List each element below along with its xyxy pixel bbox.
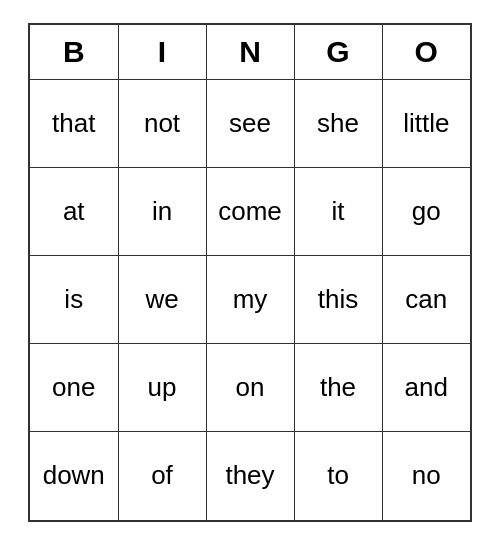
table-row: oneupontheand xyxy=(30,344,470,432)
table-cell: of xyxy=(118,432,206,520)
table-cell: no xyxy=(382,432,470,520)
table-cell: one xyxy=(30,344,118,432)
table-cell: and xyxy=(382,344,470,432)
table-cell: we xyxy=(118,256,206,344)
table-row: downoftheytono xyxy=(30,432,470,520)
table-cell: the xyxy=(294,344,382,432)
header-b: B xyxy=(30,25,118,80)
table-cell: in xyxy=(118,168,206,256)
table-cell: is xyxy=(30,256,118,344)
table-cell: they xyxy=(206,432,294,520)
header-o: O xyxy=(382,25,470,80)
table-row: thatnotseeshelittle xyxy=(30,80,470,168)
table-cell: little xyxy=(382,80,470,168)
header-row: B I N G O xyxy=(30,25,470,80)
header-n: N xyxy=(206,25,294,80)
table-cell: not xyxy=(118,80,206,168)
table-cell: come xyxy=(206,168,294,256)
bingo-table: B I N G O thatnotseeshelittleatincomeitg… xyxy=(30,25,470,520)
table-cell: up xyxy=(118,344,206,432)
table-cell: to xyxy=(294,432,382,520)
table-cell: this xyxy=(294,256,382,344)
header-i: I xyxy=(118,25,206,80)
table-cell: it xyxy=(294,168,382,256)
table-cell: go xyxy=(382,168,470,256)
table-cell: see xyxy=(206,80,294,168)
table-cell: she xyxy=(294,80,382,168)
table-row: iswemythiscan xyxy=(30,256,470,344)
table-cell: on xyxy=(206,344,294,432)
table-cell: that xyxy=(30,80,118,168)
table-cell: at xyxy=(30,168,118,256)
table-row: atincomeitgo xyxy=(30,168,470,256)
table-cell: down xyxy=(30,432,118,520)
table-cell: my xyxy=(206,256,294,344)
header-g: G xyxy=(294,25,382,80)
bingo-body: thatnotseeshelittleatincomeitgoiswemythi… xyxy=(30,80,470,520)
bingo-card: B I N G O thatnotseeshelittleatincomeitg… xyxy=(28,23,472,522)
table-cell: can xyxy=(382,256,470,344)
